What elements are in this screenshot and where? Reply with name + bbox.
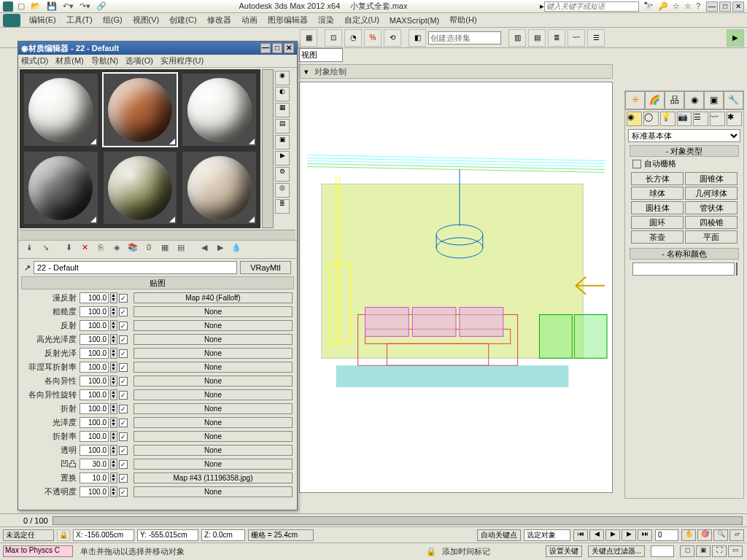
lock-tag-icon[interactable]: 🔒 xyxy=(426,547,436,556)
material-slot-5[interactable] xyxy=(102,150,179,225)
param-value-input[interactable] xyxy=(80,389,109,400)
save-icon[interactable]: 💾 xyxy=(47,1,57,11)
param-map-button[interactable]: None xyxy=(133,334,293,345)
menu-render[interactable]: 渲染 xyxy=(314,15,338,26)
material-slot-1[interactable] xyxy=(23,72,99,147)
me-minimize-button[interactable]: — xyxy=(260,43,271,53)
primitive-button[interactable]: 平面 xyxy=(685,230,738,244)
next-frame-icon[interactable]: ▶ xyxy=(622,529,636,541)
param-spinner[interactable]: ▲▼ xyxy=(110,306,117,317)
arc-rotate-icon[interactable]: 🎯 xyxy=(697,529,712,541)
star-icon[interactable]: ☆ xyxy=(673,1,680,11)
zoom-all-icon[interactable]: ▣ xyxy=(696,545,711,557)
param-spinner[interactable]: ▲▼ xyxy=(110,376,117,386)
tb-snap-icon[interactable]: ⊡ xyxy=(325,29,342,47)
param-spinner[interactable]: ▲▼ xyxy=(110,403,117,414)
material-name-input[interactable] xyxy=(34,261,237,274)
param-spinner[interactable]: ▲▼ xyxy=(110,472,117,483)
param-checkbox[interactable]: ✓ xyxy=(119,308,128,316)
param-spinner[interactable]: ▲▼ xyxy=(110,362,117,373)
me-menu-options[interactable]: 选项(O) xyxy=(125,55,153,66)
max-toggle-icon[interactable]: ⛶ xyxy=(712,545,727,557)
param-checkbox[interactable]: ✓ xyxy=(119,377,128,386)
show-end-icon[interactable]: ▤ xyxy=(174,243,187,256)
time-tag-button[interactable]: 添加时间标记 xyxy=(442,546,490,557)
pan-icon[interactable]: ✋ xyxy=(681,529,696,541)
maximize-button[interactable]: □ xyxy=(719,1,731,12)
primitive-button[interactable]: 长方体 xyxy=(631,172,684,185)
make-unique-icon[interactable]: ◈ xyxy=(110,243,123,256)
select-by-mat-icon[interactable]: ◎ xyxy=(275,183,290,198)
viewport[interactable] xyxy=(299,82,613,493)
object-name-input[interactable] xyxy=(632,262,735,276)
param-spinner[interactable]: ▲▼ xyxy=(110,417,117,428)
pick-icon[interactable]: ↗ xyxy=(24,263,31,273)
param-value-input[interactable] xyxy=(80,472,109,483)
param-checkbox[interactable]: ✓ xyxy=(119,322,128,330)
param-checkbox[interactable]: ✓ xyxy=(119,474,128,483)
sample-type-icon[interactable]: ◉ xyxy=(275,71,290,85)
param-spinner[interactable]: ▲▼ xyxy=(110,292,117,303)
helpers-icon[interactable]: ☰ xyxy=(693,112,708,126)
param-map-button[interactable]: None xyxy=(133,306,293,317)
param-checkbox[interactable]: ✓ xyxy=(119,419,128,427)
coord-x[interactable]: X: -156.005cm xyxy=(73,529,134,541)
tb-schematic-icon[interactable]: ☰ xyxy=(587,29,605,47)
maxscript-listener[interactable]: Max to Physcs C xyxy=(3,545,73,557)
tb-named-sel-icon[interactable]: ◧ xyxy=(409,29,426,47)
tab-hierarchy[interactable]: 品 xyxy=(665,91,684,109)
param-value-input[interactable] xyxy=(80,459,109,470)
time-config-input[interactable] xyxy=(651,545,674,557)
play-icon[interactable]: ▶ xyxy=(605,529,620,541)
param-value-input[interactable] xyxy=(80,417,109,428)
star2-icon[interactable]: ☆ xyxy=(684,1,692,11)
param-checkbox[interactable]: ✓ xyxy=(119,432,128,441)
selection-set-input[interactable] xyxy=(428,31,501,44)
primitive-button[interactable]: 四棱锥 xyxy=(685,216,738,229)
tb-render-icon[interactable]: ▶ xyxy=(727,29,744,47)
param-map-button[interactable]: Map #40 (Falloff) xyxy=(133,292,293,303)
menu-edit[interactable]: 编辑(E) xyxy=(25,15,61,26)
get-material-icon[interactable]: 🌡 xyxy=(23,243,36,256)
tab-utilities[interactable]: 🔧 xyxy=(724,91,743,109)
backlight-icon[interactable]: ◐ xyxy=(275,87,290,101)
primitive-button[interactable]: 茶壶 xyxy=(631,230,684,244)
param-checkbox[interactable]: ✓ xyxy=(119,446,128,455)
param-checkbox[interactable]: ✓ xyxy=(119,488,128,497)
goto-end-icon[interactable]: ⏭ xyxy=(638,529,652,541)
param-spinner[interactable]: ▲▼ xyxy=(110,334,117,345)
minimize-button[interactable]: — xyxy=(706,1,718,12)
menu-group[interactable]: 组(G) xyxy=(98,15,127,26)
undo-icon[interactable]: ↶▾ xyxy=(63,1,74,11)
video-check-icon[interactable]: ▣ xyxy=(275,135,290,149)
key-target-dropdown[interactable]: 选定对象 xyxy=(524,529,570,541)
tb-percent-icon[interactable]: % xyxy=(364,29,382,47)
param-map-button[interactable]: None xyxy=(133,376,293,386)
param-value-input[interactable] xyxy=(80,403,109,414)
tab-modify[interactable]: 🌈 xyxy=(645,91,665,109)
put-to-scene-icon[interactable]: ↘ xyxy=(39,243,52,256)
key-icon[interactable]: 🔑 xyxy=(658,1,668,11)
region-zoom-icon[interactable]: ▭ xyxy=(728,545,743,557)
me-maximize-button[interactable]: □ xyxy=(272,43,282,53)
me-menu-mode[interactable]: 模式(D) xyxy=(21,55,48,66)
tb-curve-icon[interactable]: 〰 xyxy=(568,29,585,47)
param-map-button[interactable]: Map #43 (11196358.jpg) xyxy=(133,472,293,483)
fov-icon[interactable]: ▱ xyxy=(729,529,744,541)
pick-from-obj-icon[interactable]: 💧 xyxy=(230,243,243,256)
material-slot-2[interactable] xyxy=(102,72,179,147)
menu-create[interactable]: 创建(C) xyxy=(165,15,201,26)
primitive-button[interactable]: 圆锥体 xyxy=(685,172,738,185)
param-map-button[interactable]: None xyxy=(133,486,293,497)
param-value-input[interactable] xyxy=(80,376,109,386)
app-logo-icon[interactable] xyxy=(3,1,13,12)
primitive-button[interactable]: 圆柱体 xyxy=(631,201,684,214)
preview-icon[interactable]: ▶ xyxy=(275,151,290,166)
binoculars-icon[interactable]: 🔭 xyxy=(643,1,654,11)
all-icon[interactable]: ▦ xyxy=(300,29,317,47)
me-close-button[interactable]: ✕ xyxy=(284,43,294,53)
param-checkbox[interactable]: ✓ xyxy=(119,391,128,400)
close-button[interactable]: ✕ xyxy=(732,1,744,12)
param-map-button[interactable]: None xyxy=(133,431,293,442)
maps-rollout-header[interactable]: 贴图 xyxy=(21,276,294,289)
